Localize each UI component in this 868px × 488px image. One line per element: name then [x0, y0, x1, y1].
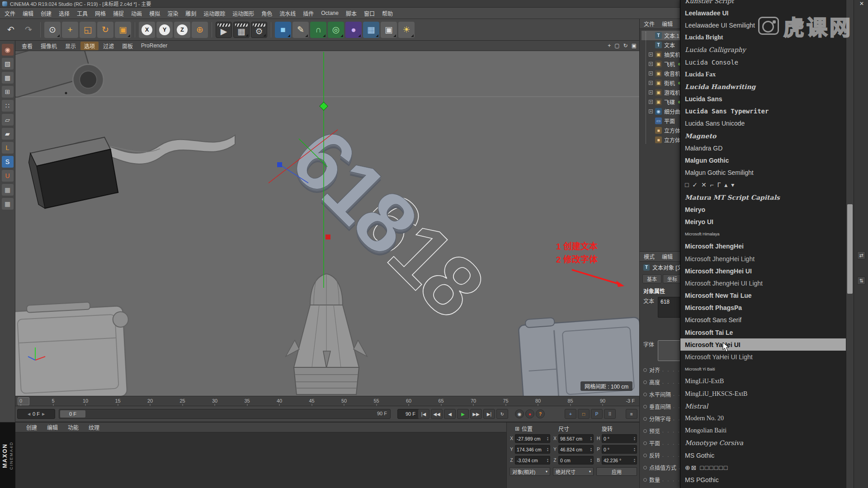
expand-icon[interactable]: +	[649, 109, 653, 113]
expand-icon[interactable]: +	[649, 71, 653, 75]
vp-menu-item-5[interactable]: 面板	[118, 42, 137, 50]
record-rotation-toggle[interactable]: P	[591, 409, 603, 419]
coordinate-system-button[interactable]: ⊕	[192, 22, 208, 38]
add-camera-button[interactable]: ▣	[381, 22, 397, 38]
render-settings-button[interactable]: ⚙	[251, 22, 267, 38]
viewport-canvas[interactable]: 618 618 1 创建文本 2 修改字体 网格间距 : 100 cm	[15, 51, 639, 396]
coord-spinner[interactable]: ▴▾	[634, 436, 635, 441]
material-tab-0[interactable]: 创建	[22, 423, 42, 431]
font-option-20[interactable]: Microsoft JhengHei	[680, 240, 846, 253]
font-option-8[interactable]: Lucida Sans	[680, 93, 846, 105]
coord-input-H-2[interactable]: 0 °▴▾	[602, 434, 637, 443]
timeline-ruler[interactable]: -3 F 05101520253035404550556065707580859…	[15, 396, 639, 406]
add-generator-button[interactable]: ∩	[310, 22, 326, 38]
record-scale-toggle[interactable]: □	[578, 409, 590, 419]
font-list-scrollbar[interactable]	[846, 0, 854, 488]
font-option-18[interactable]: Meiryo UI	[680, 216, 846, 228]
timeline-layout-button[interactable]: ≡	[626, 409, 637, 419]
vp-menu-item-3[interactable]: 选项	[80, 42, 99, 50]
font-option-10[interactable]: Lucida Sans Unicode	[680, 117, 846, 130]
rotate-tool[interactable]: ↻	[97, 22, 113, 38]
add-environment-button[interactable]: ●	[345, 22, 362, 38]
expand-icon[interactable]: +	[649, 100, 653, 104]
material-tab-2[interactable]: 功能	[63, 423, 83, 431]
font-option-37[interactable]: MS Gothic	[680, 449, 846, 461]
coordinate-mode-dropdown[interactable]: 对象(相对)▾	[509, 467, 550, 476]
apply-button[interactable]: 应用	[596, 467, 637, 476]
expand-icon[interactable]: +	[649, 62, 653, 66]
font-option-39[interactable]: MS PGothic	[680, 474, 846, 486]
font-option-13[interactable]: Malgun Gothic	[680, 154, 846, 166]
goto-end-button[interactable]: ▶|	[483, 409, 495, 419]
coord-spinner[interactable]: ▴▾	[590, 458, 592, 463]
menu-item-8[interactable]: 模拟	[146, 8, 164, 19]
coord-input-B-2[interactable]: 42.236 °▴▾	[602, 456, 637, 465]
font-option-5[interactable]: Lucida Console	[680, 56, 846, 68]
timeline-slider-handle[interactable]: 0 F	[60, 410, 85, 418]
menu-item-17[interactable]: 脚本	[342, 8, 360, 19]
font-option-38[interactable]: ⊕⊠ □□□□□□	[680, 461, 846, 474]
anim-toggle-icon[interactable]	[643, 429, 647, 433]
render-view-button[interactable]: ▶	[216, 22, 232, 38]
coord-input-X-0[interactable]: -27.989 cm▴▾	[515, 434, 550, 443]
coord-spinner[interactable]: ▴▾	[547, 447, 548, 452]
coord-spinner[interactable]: ▴▾	[590, 447, 592, 452]
attr-tab-1[interactable]: 坐标	[663, 274, 682, 283]
vp-toggle-view-icon[interactable]: ▣	[632, 42, 637, 49]
timeline-slider[interactable]: 0 F 90 F	[59, 409, 391, 419]
menu-item-2[interactable]: 创建	[37, 8, 55, 19]
texture-axis-button[interactable]: ▦	[2, 184, 14, 196]
font-dropdown-list[interactable]: Kunstler ScriptLeelawadee UILeelawadee U…	[680, 0, 846, 488]
menu-item-10[interactable]: 雕刻	[182, 8, 200, 19]
vp-menu-item-4[interactable]: 过滤	[99, 42, 118, 50]
anim-toggle-icon[interactable]	[643, 478, 647, 482]
menu-item-1[interactable]: 编辑	[19, 8, 37, 19]
enable-snap-button[interactable]: S	[2, 156, 14, 168]
undo-icon[interactable]: ↶	[3, 22, 19, 38]
close-icon[interactable]: ✕	[859, 0, 864, 7]
font-option-28[interactable]: Microsoft YaHei UI	[680, 338, 846, 351]
next-frame-button[interactable]: ▶▶	[470, 409, 482, 419]
add-deformer-button[interactable]: ◎	[328, 22, 344, 38]
material-tab-1[interactable]: 编辑	[42, 423, 62, 431]
menu-item-16[interactable]: Octane	[317, 8, 342, 19]
add-primitive-cube-button[interactable]: ■	[275, 22, 291, 38]
axis-mode-button[interactable]: L	[2, 142, 14, 154]
menu-item-15[interactable]: 插件	[299, 8, 317, 19]
vp-pan-icon[interactable]: +	[608, 42, 611, 49]
font-option-11[interactable]: Magneto	[680, 130, 846, 142]
font-option-9[interactable]: Lucida Sans Typewriter	[680, 105, 846, 117]
edge-mode-button[interactable]: ▱	[2, 114, 14, 126]
make-editable-button[interactable]: ◉	[2, 44, 14, 56]
point-mode-button[interactable]: ∷	[2, 100, 14, 112]
coord-spinner[interactable]: ▴▾	[634, 447, 635, 452]
record-keyframe-button[interactable]: ◉	[515, 409, 524, 418]
menu-item-3[interactable]: 选择	[55, 8, 73, 19]
anim-toggle-icon[interactable]	[643, 466, 647, 469]
dock-expand-icon[interactable]: ⇅	[857, 277, 865, 285]
menu-item-7[interactable]: 动画	[127, 8, 146, 19]
move-tool[interactable]: +	[62, 22, 78, 38]
add-mograph-button[interactable]: ▦	[363, 22, 379, 38]
font-option-16[interactable]: Matura MT Script Capitals	[680, 191, 846, 203]
lock-z-axis-button[interactable]: Z	[174, 22, 190, 38]
live-selection-tool[interactable]: ⊙	[44, 22, 61, 38]
expand-icon[interactable]: +	[649, 90, 653, 94]
font-option-23[interactable]: Microsoft JhengHei UI Light	[680, 277, 846, 289]
coord-input-Z-1[interactable]: 0 cm▴▾	[558, 456, 594, 465]
autokey-button[interactable]: ●	[525, 409, 534, 418]
font-option-15[interactable]: □ ✓ ✕ ⌐ Γ ▴ ▾	[680, 179, 846, 191]
menu-item-18[interactable]: 窗口	[360, 8, 378, 19]
coord-spinner[interactable]: ▴▾	[547, 458, 548, 463]
record-position-toggle[interactable]: +	[565, 409, 576, 419]
current-frame-field[interactable]: ◀ 0 F ▶	[17, 409, 55, 419]
prev-frame-button[interactable]: ◀	[444, 409, 456, 419]
goto-start-button[interactable]: |◀	[418, 409, 429, 419]
anim-toggle-icon[interactable]	[643, 405, 647, 408]
vp-menu-item-2[interactable]: 显示	[61, 42, 80, 50]
attr-menu-1[interactable]: 编辑	[662, 253, 673, 260]
font-option-35[interactable]: Mongolian Baiti	[680, 425, 846, 437]
redo-icon[interactable]: ↷	[20, 22, 37, 38]
expand-icon[interactable]: +	[649, 52, 653, 56]
font-option-7[interactable]: Lucida Handwriting	[680, 80, 846, 93]
